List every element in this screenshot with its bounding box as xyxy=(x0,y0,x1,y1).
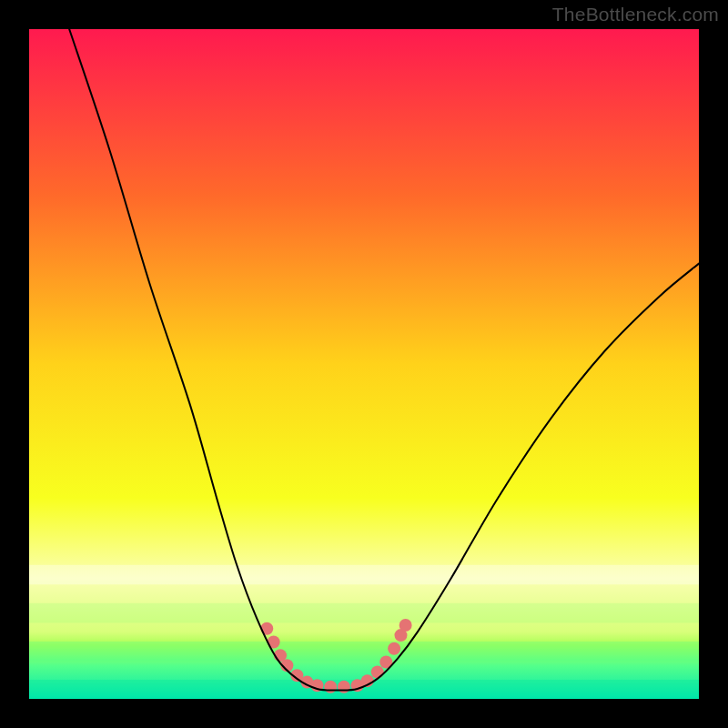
marker-dot xyxy=(371,666,384,679)
svg-rect-1 xyxy=(29,584,699,604)
svg-rect-0 xyxy=(29,565,699,585)
marker-dot xyxy=(338,681,350,693)
plot-area xyxy=(29,29,699,699)
chart-svg xyxy=(29,29,699,699)
marker-dot xyxy=(388,642,400,655)
chart-frame: TheBottleneck.com xyxy=(0,0,728,728)
svg-rect-3 xyxy=(29,622,699,642)
marker-dot xyxy=(324,681,337,693)
marker-dot xyxy=(399,619,412,632)
watermark-text: TheBottleneck.com xyxy=(552,4,719,25)
svg-rect-4 xyxy=(29,642,699,662)
svg-rect-2 xyxy=(29,603,699,623)
